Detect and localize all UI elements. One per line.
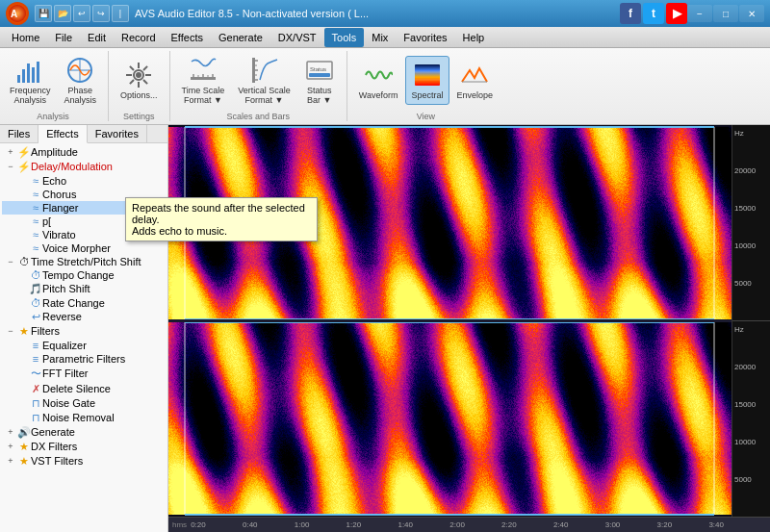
amplitude-expander[interactable]: +	[4, 147, 17, 157]
quick-separator: |	[112, 5, 129, 22]
waveform-button[interactable]: Waveform	[353, 56, 404, 105]
reverse-label: Reverse	[42, 311, 82, 322]
tree-item-vst-filters[interactable]: + ★ VST Filters	[2, 454, 166, 469]
twitter-button[interactable]: t	[643, 3, 664, 24]
tree-item-reverse[interactable]: ↩ Reverse	[2, 310, 166, 324]
tl-mark-320: 3:20	[657, 520, 673, 529]
tree-item-equalizer[interactable]: ≡ Equalizer	[2, 339, 166, 352]
ribbon-group-analysis: FrequencyAnalysis PhaseAnalysis Analysis	[4, 51, 109, 121]
phase-analysis-label: PhaseAnalysis	[64, 87, 97, 106]
minimize-button[interactable]: −	[687, 5, 712, 22]
menu-mix[interactable]: Mix	[364, 28, 396, 47]
phase-analysis-button[interactable]: PhaseAnalysis	[59, 51, 103, 110]
tree-item-voice-morpher[interactable]: ≈ Voice Morpher	[2, 241, 166, 255]
svg-line-16	[130, 66, 134, 70]
freq-analysis-icon	[14, 55, 45, 86]
menu-help[interactable]: Help	[455, 28, 493, 47]
tree-item-timestretch[interactable]: − ⏱ Time Stretch/Pitch Shift	[2, 255, 166, 268]
options-label: Options...	[120, 91, 158, 101]
menu-tools[interactable]: Tools	[324, 28, 365, 47]
delay-expander[interactable]: −	[4, 162, 17, 171]
tree-item-filters[interactable]: − ★ Filters	[2, 324, 166, 339]
menu-bar: Home File Edit Record Effects Generate D…	[0, 27, 770, 48]
svg-rect-5	[32, 67, 35, 83]
time-scale-button[interactable]: Time ScaleFormat ▼	[176, 51, 231, 110]
filters-expander[interactable]: −	[4, 326, 17, 336]
tree-item-generate[interactable]: + 🔊 Generate	[2, 425, 166, 440]
eq-label: Equalizer	[42, 340, 87, 351]
tree-item-delay[interactable]: − ⚡ Delay/Modulation	[2, 160, 166, 174]
frequency-analysis-button[interactable]: FrequencyAnalysis	[4, 51, 57, 110]
voice-morpher-label: Voice Morpher	[42, 242, 111, 254]
window-title: AVS Audio Editor 8.5 - Non-activated ver…	[135, 8, 616, 19]
app-logo: A	[6, 2, 29, 25]
tree-item-echo[interactable]: ≈ Echo	[2, 174, 166, 188]
tree-item-dx-filters[interactable]: + ★ DX Filters	[2, 440, 166, 454]
panel-tab-favorites[interactable]: Favorites	[88, 125, 147, 142]
menu-record[interactable]: Record	[114, 28, 163, 47]
quick-open-icon[interactable]: 📂	[54, 5, 71, 22]
menu-dxvst[interactable]: DX/VST	[270, 28, 324, 47]
menu-home[interactable]: Home	[4, 28, 47, 47]
quick-undo-icon[interactable]: ↩	[73, 5, 90, 22]
tree-item-pitch[interactable]: 🎵 Pitch Shift	[2, 282, 166, 296]
ribbon: FrequencyAnalysis PhaseAnalysis Analysis	[0, 48, 770, 125]
envelope-button[interactable]: Envelope	[451, 56, 500, 105]
delete-silence-label: Delete Silence	[42, 383, 111, 394]
vert-scale-button[interactable]: Vertical ScaleFormat ▼	[232, 51, 296, 110]
delay-label: Delay/Modulation	[31, 161, 113, 172]
tree-item-amplitude[interactable]: + ⚡ Amplitude	[2, 145, 166, 160]
options-button[interactable]: Options...	[115, 56, 164, 105]
svg-line-17	[143, 80, 147, 84]
close-button[interactable]: ✕	[739, 5, 764, 22]
status-bar-button[interactable]: Status StatusBar ▼	[298, 51, 341, 110]
fft-label: FFT Filter	[42, 367, 88, 379]
menu-favorites[interactable]: Favorites	[396, 28, 454, 47]
spectral-button[interactable]: Spectral	[405, 56, 449, 105]
youtube-button[interactable]: ▶	[666, 3, 687, 24]
amplitude-label: Amplitude	[31, 146, 78, 158]
maximize-button[interactable]: □	[713, 5, 738, 22]
spectrogram-canvas[interactable]	[168, 125, 732, 517]
panel-tab-files[interactable]: Files	[0, 125, 38, 142]
menu-generate[interactable]: Generate	[211, 28, 270, 47]
generate-expander[interactable]: +	[4, 427, 17, 437]
tree-item-parametric[interactable]: ≡ Parametric Filters	[2, 352, 166, 366]
menu-edit[interactable]: Edit	[80, 28, 114, 47]
waveform-container: Hz 20000 15000 10000 5000 Hz 20000 15000…	[168, 125, 770, 517]
panel-tab-effects[interactable]: Effects	[38, 125, 87, 143]
vst-expander[interactable]: +	[4, 456, 17, 466]
dx-expander[interactable]: +	[4, 442, 17, 451]
facebook-button[interactable]: f	[620, 3, 641, 24]
delete-silence-icon: ✗	[29, 383, 42, 395]
quick-save-icon[interactable]: 💾	[35, 5, 52, 22]
tree-item-noise-gate[interactable]: ⊓ Noise Gate	[2, 396, 166, 411]
phase-analysis-icon	[64, 55, 95, 86]
chorus-label: Chorus	[42, 189, 76, 200]
hz-top-5k: 5000	[734, 279, 768, 288]
rate-icon: ⏱	[29, 297, 42, 309]
timestretch-expander[interactable]: −	[4, 257, 17, 266]
amplitude-icon: ⚡	[17, 146, 31, 159]
tl-mark-340: 3:40	[708, 520, 724, 529]
hz-labels-right: Hz 20000 15000 10000 5000 Hz 20000 15000…	[732, 125, 770, 517]
tl-mark-300: 3:00	[605, 520, 621, 529]
tree-item-delete-silence[interactable]: ✗ Delete Silence	[2, 382, 166, 396]
dx-icon: ★	[17, 441, 31, 453]
quick-redo-icon[interactable]: ↪	[92, 5, 110, 22]
tree-item-fft[interactable]: 〜 FFT Filter	[2, 366, 166, 382]
vert-scale-label: Vertical ScaleFormat ▼	[238, 87, 291, 106]
ribbon-group-settings: Options... Settings	[115, 51, 170, 121]
voice-morpher-icon: ≈	[29, 242, 42, 254]
menu-effects[interactable]: Effects	[164, 28, 211, 47]
tempo-label: Tempo Change	[42, 269, 115, 281]
waveform-area[interactable]: Hz 20000 15000 10000 5000 Hz 20000 15000…	[168, 125, 770, 532]
tree-item-tempo[interactable]: ⏱ Tempo Change	[2, 268, 166, 282]
pitch-icon: 🎵	[29, 283, 42, 295]
menu-file[interactable]: File	[47, 28, 80, 47]
hz-bot-5k: 5000	[734, 475, 768, 484]
flanger-icon: ≈	[29, 202, 42, 214]
tree-item-noise-removal[interactable]: ⊓ Noise Removal	[2, 411, 166, 425]
hz-bot-20k: 20000	[734, 363, 768, 371]
tree-item-rate[interactable]: ⏱ Rate Change	[2, 296, 166, 310]
